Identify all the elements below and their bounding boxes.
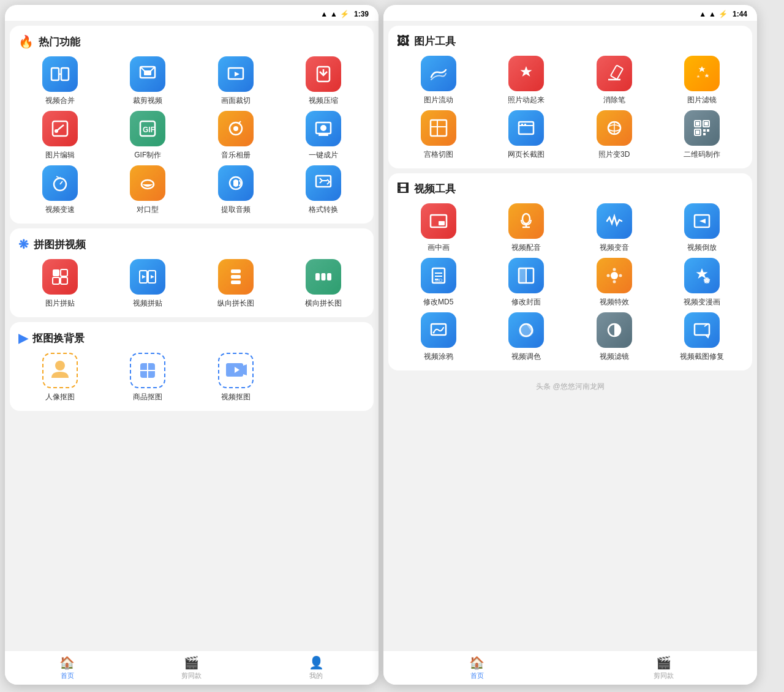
svg-point-21	[320, 125, 326, 131]
video-reverse-icon	[684, 203, 720, 239]
tool-label: 二维码制作	[684, 149, 720, 160]
tool-label: GIF制作	[134, 150, 161, 160]
crop-video-icon	[130, 56, 165, 92]
nav-home[interactable]: 🏠 首页	[5, 651, 129, 685]
collage-header-icon: ❋	[18, 237, 29, 252]
tool-extract-audio[interactable]: 提取音频	[194, 165, 277, 215]
tool-label: 图片拼贴	[45, 298, 75, 309]
pip-icon	[421, 203, 456, 239]
nav-home2[interactable]: 🏠 首页	[383, 651, 570, 685]
tool-lip-sync[interactable]: 对口型	[107, 165, 190, 215]
tool-video-dubbing[interactable]: 视频配音	[485, 203, 568, 253]
tool-label: 视频合并	[45, 96, 75, 106]
svg-rect-1	[61, 68, 69, 80]
tool-label: 照片变3D	[598, 149, 630, 160]
image-tools-grid: 图片流动 照片动起来	[397, 56, 744, 160]
nav-edit-label2: 剪同款	[654, 671, 674, 680]
tool-label: 修改封面	[511, 297, 541, 307]
svg-rect-6	[144, 70, 151, 75]
tool-music-album[interactable]: 音乐相册	[194, 111, 277, 160]
tool-label: 宫格切图	[424, 149, 453, 160]
tool-label: 画中画	[428, 243, 450, 253]
cutout-section: ▶ 抠图换背景 人像抠图	[10, 322, 374, 411]
svg-rect-43	[327, 273, 331, 280]
tool-label: 对口型	[137, 205, 159, 215]
svg-rect-31	[61, 269, 67, 276]
photo-flow-icon	[421, 56, 456, 91]
nav-edit2[interactable]: 🎬 剪同款	[570, 651, 757, 685]
video-filter-icon	[597, 312, 632, 348]
tool-graffiti[interactable]: 视频涂鸦	[397, 312, 480, 362]
svg-rect-70	[707, 129, 709, 132]
hot-features-grid: 视频合并 裁剪视频	[18, 56, 365, 215]
tool-label: 视频变音	[600, 243, 629, 253]
tool-web-screenshot[interactable]: 网页长截图	[485, 110, 568, 160]
tool-screen-crop[interactable]: 画面裁切	[194, 56, 277, 106]
screenshot-repair-icon	[684, 312, 720, 348]
change-cover-icon	[508, 258, 544, 293]
cutout-title: 抠图换背景	[32, 331, 85, 345]
svg-point-96	[432, 332, 434, 334]
svg-rect-68	[696, 130, 699, 134]
nav-profile-label: 我的	[309, 671, 323, 680]
nav-profile[interactable]: 👤 我的	[254, 651, 379, 685]
tool-label: 修改MD5	[423, 297, 453, 307]
tool-one-click[interactable]: 一键成片	[282, 111, 366, 160]
video-tools-section: 🎞 视频工具 画中画	[388, 173, 752, 370]
tool-crop-video[interactable]: 裁剪视频	[107, 56, 190, 106]
tool-label: 图片滤镜	[687, 95, 717, 105]
svg-rect-42	[322, 273, 326, 280]
tool-format-convert[interactable]: 格式转换	[282, 165, 366, 215]
cutout-grid: 人像抠图 商品抠图	[18, 353, 365, 402]
tool-vertical-long[interactable]: 纵向拼长图	[194, 259, 277, 309]
tool-color-grade[interactable]: 视频调色	[485, 312, 568, 362]
tool-voice-change[interactable]: 视频变音	[573, 203, 656, 253]
tool-label: 消除笔	[603, 95, 625, 105]
svg-point-13	[55, 129, 58, 133]
tool-horizontal-long[interactable]: 横向拼长图	[282, 259, 366, 309]
svg-rect-32	[53, 277, 59, 284]
tool-video-filter[interactable]: 视频滤镜	[573, 312, 656, 362]
tool-photo-animate[interactable]: 照片动起来	[485, 56, 568, 105]
nav-edit[interactable]: 🎬 剪同款	[129, 651, 254, 685]
svg-point-90	[606, 274, 609, 277]
tool-label: 视频滤镜	[600, 352, 629, 362]
time-left: 1:39	[354, 10, 369, 18]
tool-video-effects[interactable]: 视频特效	[573, 258, 656, 307]
tool-gif-make[interactable]: GIF GIF制作	[107, 111, 190, 160]
tool-md5[interactable]: MD 修改MD5	[397, 258, 480, 307]
tool-grid-cut[interactable]: 宫格切图	[397, 110, 480, 160]
svg-rect-30	[53, 269, 59, 276]
svg-point-87	[611, 272, 618, 279]
tool-video-merge[interactable]: 视频合并	[18, 56, 102, 106]
tool-video-cutout[interactable]: 视频抠图	[194, 353, 277, 402]
svg-point-17	[233, 126, 238, 131]
svg-point-88	[612, 268, 616, 271]
svg-rect-0	[51, 68, 59, 80]
tool-pip[interactable]: 画中画	[397, 203, 480, 253]
video-effects-icon	[597, 258, 632, 293]
image-tools-title: 图片工具	[414, 34, 456, 48]
one-click-icon	[306, 111, 341, 146]
tool-product-cutout[interactable]: 商品抠图	[107, 353, 190, 402]
tool-video-reverse[interactable]: 视频倒放	[661, 203, 744, 253]
video-cutout-icon	[218, 353, 254, 388]
tool-image-filter[interactable]: 图片滤镜	[661, 56, 744, 105]
tool-photo-collage[interactable]: 图片拼贴	[18, 259, 102, 309]
tool-cartoon[interactable]: 视频变漫画	[661, 258, 744, 307]
hot-features-title: 热门功能	[39, 35, 80, 49]
tool-photo-flow[interactable]: 图片流动	[397, 56, 480, 105]
edit-icon: 🎬	[184, 655, 199, 670]
tool-image-edit[interactable]: 图片编辑	[18, 111, 102, 160]
tool-change-cover[interactable]: 修改封面	[485, 258, 568, 307]
tool-speed-change[interactable]: 视频变速	[18, 165, 102, 215]
cartoon-icon	[684, 258, 720, 293]
tool-screenshot-repair[interactable]: 视频截图修复	[661, 312, 744, 362]
tool-video-collage[interactable]: 视频拼贴	[107, 259, 190, 309]
svg-rect-86	[519, 269, 526, 282]
tool-portrait-cutout[interactable]: 人像抠图	[18, 353, 102, 402]
tool-photo-3d[interactable]: 照片变3D	[573, 110, 656, 160]
tool-qrcode-make[interactable]: 二维码制作	[661, 110, 744, 160]
tool-compress-video[interactable]: 视频压缩	[282, 56, 366, 106]
tool-eraser[interactable]: 消除笔	[573, 56, 656, 105]
